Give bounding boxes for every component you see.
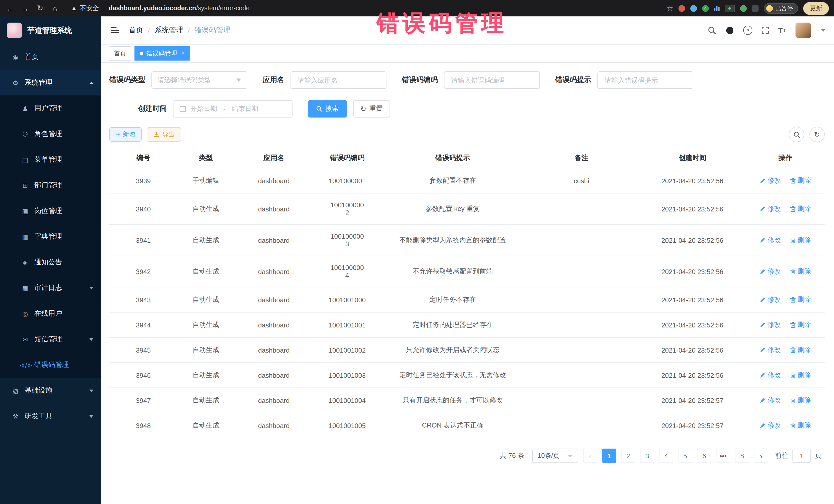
sidebar-item-role[interactable]: ⚇ 角色管理 [0,121,101,147]
sidebar-item-infra[interactable]: ▧ 基础设施 [0,378,101,403]
edit-button[interactable]: 修改 [760,236,781,245]
delete-button[interactable]: 删除 [790,320,811,329]
browser-chrome: ← → ↻ ⌂ ▲ 不安全 dashboard.yudao.iocoder.cn… [0,0,834,17]
export-button[interactable]: 导出 [147,127,181,141]
page-button-4[interactable]: 4 [659,448,673,463]
prev-page-button[interactable]: ‹ [583,448,597,463]
page-size-select[interactable]: 10条/页 [532,448,578,463]
font-size-icon[interactable]: TT [778,26,787,35]
page-button-1[interactable]: 1 [602,448,616,463]
delete-button[interactable]: 删除 [790,371,811,380]
page-button-5[interactable]: 5 [678,448,692,463]
edit-button[interactable]: 修改 [760,345,781,355]
breadcrumb-home[interactable]: 首页 [129,26,143,35]
error-msg-input[interactable] [603,76,687,84]
table-row: 3948 自动生成 dashboard 1001001005 CRON 表达式不… [109,413,825,438]
extension-red-icon[interactable] [678,5,685,12]
sidebar-item-audit-log[interactable]: ▦ 审计日志 [0,275,101,301]
sidebar-item-home[interactable]: ◉ 首页 [0,44,101,70]
sidebar-item-dev-tools[interactable]: ⚒ 研发工具 [0,403,101,429]
edit-button[interactable]: 修改 [760,204,781,214]
extension-drop-icon[interactable] [690,5,697,12]
delete-button[interactable]: 删除 [790,345,811,355]
security-label: 不安全 [80,4,99,13]
sidebar-item-notice[interactable]: ◈ 通知公告 [0,249,101,275]
sidebar-item-menu[interactable]: ▤ 菜单管理 [0,147,101,172]
error-code-input[interactable] [450,76,534,84]
date-range-picker[interactable]: 开始日期 - 结束日期 [173,100,292,117]
page-button-2[interactable]: 2 [621,448,635,463]
cell-type: 自动生成 [177,413,235,438]
app-name-input[interactable] [297,76,380,84]
extensions-puzzle-icon[interactable] [752,5,758,12]
table-row: 3945 自动生成 dashboard 1001001002 只允许修改为开启或… [109,337,825,363]
extension-leaf-icon[interactable] [740,5,746,12]
breadcrumb-system[interactable]: 系统管理 [154,26,183,35]
cell-msg: 定时任务已经处于该状态，无需修改 [381,363,524,388]
reload-icon[interactable]: ↻ [35,4,45,13]
page-button-3[interactable]: 3 [640,448,654,463]
fullscreen-icon[interactable] [761,26,770,35]
github-icon[interactable] [725,26,735,35]
edit-button[interactable]: 修改 [760,267,781,276]
search-button[interactable]: 搜索 [308,100,347,117]
sidebar-item-sms[interactable]: ✉ 短信管理 [0,326,101,352]
delete-button[interactable]: 删除 [790,176,811,185]
extension-badge-icon[interactable] [724,4,735,12]
avatar-caret-icon[interactable] [821,29,825,31]
reset-button[interactable]: ↻ 重置 [353,100,390,117]
edit-button[interactable]: 修改 [760,320,781,329]
tab-error-code[interactable]: 错误码管理 × [134,46,190,61]
sidebar-item-dept[interactable]: ⊞ 部门管理 [0,172,101,198]
edit-button[interactable]: 修改 [760,371,781,380]
cell-remark [524,388,639,413]
address-bar[interactable]: dashboard.yudao.iocoder.cn/system/error-… [109,5,250,12]
page-button-8[interactable]: 8 [735,448,749,463]
cell-id: 3948 [109,413,177,438]
home-icon[interactable]: ⌂ [50,4,60,13]
table-header-row: 编号 类型 应用名 错误码编码 错误码提示 备注 创建时间 操作 [109,148,825,168]
search-icon[interactable] [708,26,717,35]
delete-button[interactable]: 删除 [790,267,811,276]
col-id: 编号 [109,148,177,168]
error-type-select[interactable]: 请选择错误码类型 [151,71,247,89]
delete-button[interactable]: 删除 [790,396,811,405]
paused-badge[interactable]: 已暂停 [764,3,798,14]
refresh-table-button[interactable]: ↻ [809,127,825,142]
back-icon[interactable]: ← [5,4,15,13]
delete-button[interactable]: 删除 [790,421,811,430]
forward-icon[interactable]: → [20,4,30,13]
pager-ellipsis[interactable]: ••• [716,448,730,463]
sidebar-item-system[interactable]: ⚙ 系统管理 [0,70,101,95]
sidebar-item-dict[interactable]: ▥ 字典管理 [0,224,101,249]
page-button-6[interactable]: 6 [697,448,711,463]
next-page-button[interactable]: › [754,448,768,463]
add-button[interactable]: + 新增 [109,127,142,141]
security-chip[interactable]: ▲ 不安全 [71,4,99,13]
cell-app: dashboard [235,312,313,337]
user-avatar[interactable] [795,23,811,38]
goto-page-input[interactable] [792,448,811,463]
edit-button[interactable]: 修改 [760,396,781,405]
extension-check-icon[interactable]: ✓ [702,5,708,12]
edit-button[interactable]: 修改 [760,421,781,430]
logo[interactable]: 芋道管理系统 [0,17,101,44]
close-icon[interactable]: × [181,50,185,57]
delete-button[interactable]: 删除 [790,295,811,304]
hamburger-icon[interactable] [110,25,120,36]
delete-button[interactable]: 删除 [790,204,811,214]
edit-button[interactable]: 修改 [760,176,781,185]
bookmark-star-icon[interactable]: ☆ [667,4,673,12]
delete-button[interactable]: 删除 [790,236,811,245]
cell-id: 3940 [109,193,177,224]
toggle-search-button[interactable] [789,127,804,142]
help-icon[interactable]: ? [743,26,753,35]
sidebar-item-user[interactable]: ♟ 用户管理 [0,95,101,121]
edit-button[interactable]: 修改 [760,295,781,304]
sidebar-item-error-code[interactable]: </> 错误码管理 [0,352,101,378]
sidebar-item-online-user[interactable]: ◎ 在线用户 [0,301,101,326]
update-button[interactable]: 更新 [803,2,829,15]
sidebar-item-post[interactable]: ▣ 岗位管理 [0,198,101,224]
extension-bars-icon[interactable] [714,5,719,11]
tab-home[interactable]: 首页 [109,46,131,61]
